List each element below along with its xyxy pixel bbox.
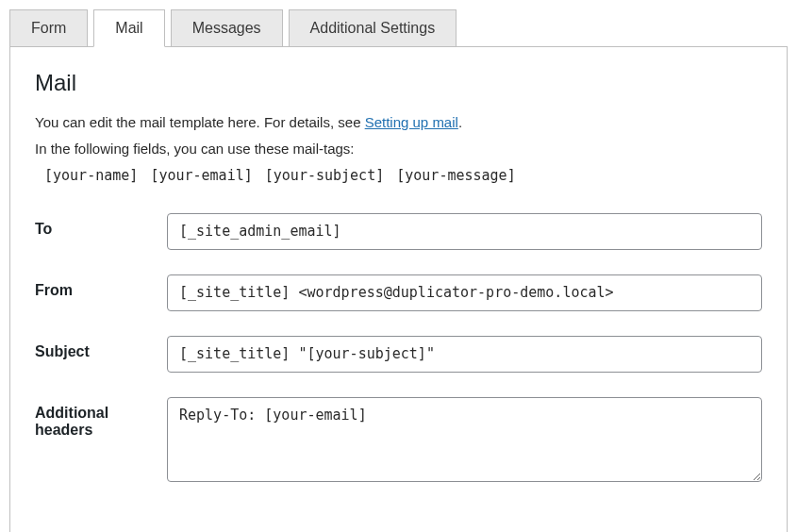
tab-messages[interactable]: Messages: [171, 9, 283, 47]
mail-panel: Mail You can edit the mail template here…: [9, 46, 788, 532]
input-subject[interactable]: [167, 336, 762, 373]
intro-line1-prefix: You can edit the mail template here. For…: [35, 114, 365, 130]
input-additional-headers[interactable]: Reply-To: [your-email]: [167, 397, 762, 482]
label-subject: Subject: [35, 336, 167, 360]
row-additional-headers: Additional headers Reply-To: [your-email…: [35, 397, 762, 485]
row-to: To: [35, 213, 762, 250]
mail-tag: [your-name]: [44, 164, 138, 187]
panel-title: Mail: [35, 70, 762, 96]
tab-form[interactable]: Form: [9, 9, 88, 47]
label-additional-headers: Additional headers: [35, 397, 167, 439]
input-to[interactable]: [167, 213, 762, 250]
intro-line1-suffix: .: [458, 114, 462, 130]
mail-form: To From Subject Additional headers Reply…: [35, 213, 762, 485]
label-to: To: [35, 213, 167, 238]
tabs-nav: Form Mail Messages Additional Settings: [9, 9, 788, 47]
mail-tag: [your-email]: [150, 164, 252, 187]
label-from: From: [35, 274, 167, 299]
tab-additional-settings[interactable]: Additional Settings: [289, 9, 457, 47]
tab-mail[interactable]: Mail: [93, 9, 164, 47]
mail-tags-list: [your-name] [your-email] [your-subject] …: [44, 164, 762, 187]
row-subject: Subject: [35, 336, 762, 373]
intro-line2: In the following fields, you can use the…: [35, 138, 762, 160]
input-from[interactable]: [167, 274, 762, 311]
setting-up-mail-link[interactable]: Setting up mail: [365, 114, 458, 130]
mail-tag: [your-message]: [396, 164, 515, 187]
intro-text: You can edit the mail template here. For…: [35, 111, 762, 187]
row-from: From: [35, 274, 762, 311]
mail-tag: [your-subject]: [265, 164, 384, 187]
